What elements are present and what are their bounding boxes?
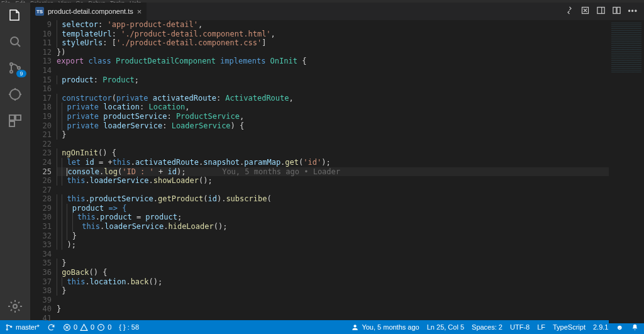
- svg-point-18: [354, 325, 357, 327]
- svg-rect-10: [597, 8, 604, 14]
- open-changes-icon[interactable]: [580, 6, 590, 17]
- svg-rect-11: [613, 8, 616, 14]
- svg-point-1: [10, 63, 13, 65]
- tab-bar: TS product-detail.component.ts × •••: [30, 3, 644, 20]
- compare-icon[interactable]: [565, 6, 574, 17]
- extensions-icon[interactable]: [8, 113, 23, 128]
- feedback-icon[interactable]: ☻: [616, 323, 623, 331]
- svg-rect-12: [618, 8, 621, 14]
- svg-rect-6: [16, 115, 21, 120]
- source-control-icon[interactable]: [8, 60, 23, 75]
- editor-actions: •••: [565, 6, 644, 17]
- code-editor[interactable]: 9101112131415161718192021222324252627282…: [30, 20, 644, 323]
- svg-point-14: [6, 328, 8, 330]
- problems-indicator[interactable]: 0 0 0: [63, 323, 111, 331]
- split-right-icon[interactable]: [596, 6, 606, 17]
- svg-rect-5: [9, 115, 14, 120]
- line-numbers: 9101112131415161718192021222324252627282…: [30, 20, 57, 323]
- tab-product-detail[interactable]: TS product-detail.component.ts ×: [30, 3, 147, 20]
- cursor-position[interactable]: Ln 25, Col 5: [427, 323, 464, 331]
- gitlens-blame[interactable]: You, 5 months ago: [351, 323, 419, 331]
- close-icon[interactable]: ×: [137, 7, 142, 16]
- bracket-indicator[interactable]: { } : 58: [119, 323, 139, 331]
- settings-gear-icon[interactable]: [8, 299, 23, 314]
- encoding[interactable]: UTF-8: [510, 323, 530, 331]
- code-content[interactable]: selector: 'app-product-detail', template…: [57, 20, 609, 323]
- bell-icon[interactable]: [631, 323, 639, 331]
- search-icon[interactable]: [8, 34, 23, 49]
- split-editor-icon[interactable]: [612, 6, 621, 17]
- more-icon[interactable]: •••: [628, 7, 638, 16]
- language-mode[interactable]: TypeScript: [553, 323, 586, 331]
- typescript-icon: TS: [35, 7, 44, 16]
- eol[interactable]: LF: [537, 323, 545, 331]
- tab-title: product-detail.component.ts: [48, 8, 133, 15]
- debug-icon[interactable]: [8, 87, 23, 102]
- svg-point-0: [11, 37, 18, 45]
- svg-point-2: [10, 70, 13, 73]
- ts-version[interactable]: 2.9.1: [593, 323, 608, 331]
- svg-point-13: [6, 325, 8, 326]
- minimap[interactable]: [609, 20, 644, 323]
- activity-bar: [0, 3, 30, 320]
- svg-rect-7: [9, 121, 14, 126]
- sync-button[interactable]: [47, 323, 55, 331]
- svg-point-8: [13, 304, 17, 308]
- branch-indicator[interactable]: master*: [5, 323, 40, 331]
- files-icon[interactable]: [8, 8, 23, 23]
- indentation[interactable]: Spaces: 2: [472, 323, 502, 331]
- svg-point-4: [10, 89, 20, 99]
